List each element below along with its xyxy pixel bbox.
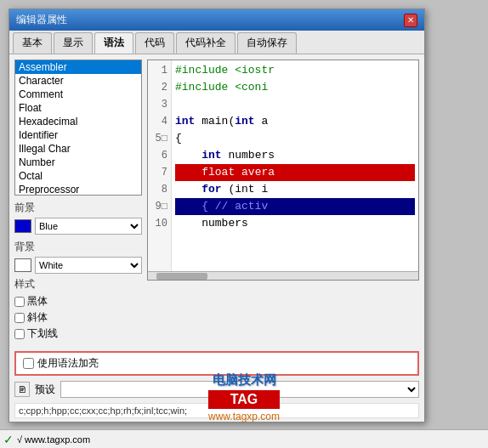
int-param: int [235,115,254,128]
include-span-1: #include <iostr [175,64,275,77]
preset-icon: 🖹 [14,382,30,397]
line-num-3: 3 [151,96,167,113]
main-content: Assembler Character Comment Float Hexade… [9,54,424,348]
style-section: 样式 黑体 斜体 下划线 [14,277,142,341]
background-color-row: White [14,257,142,274]
code-content: #include <iostr #include <coni int main(… [172,60,418,271]
syntax-highlight-checkbox[interactable] [23,358,34,369]
code-line-5: { [175,130,415,147]
tab-display[interactable]: 显示 [54,32,93,54]
bold-row: 黑体 [14,294,142,309]
line-num-7: 7 [151,164,167,181]
foreground-swatch [14,219,31,233]
foreground-section: 前景 Blue [14,201,142,235]
background-section: 背景 White [14,240,142,274]
horizontal-scrollbar[interactable] [148,271,418,280]
background-label: 背景 [14,240,142,254]
watermark: 电脑技术网 TAG www.tagxp.com [208,372,280,422]
comment-span: // activ [215,200,268,213]
code-editor[interactable]: 1 2 3 4 5□ 6 7 8 9□ 10 #include <iostr [147,60,419,281]
line-num-5: 5□ [151,130,167,147]
line-num-4: 4 [151,113,167,130]
background-color-select[interactable]: White [35,257,142,274]
bold-checkbox[interactable] [14,297,25,307]
float-keyword: float [201,166,235,179]
line-numbers: 1 2 3 4 5□ 6 7 8 9□ 10 [148,60,172,271]
line-num-8: 8 [151,181,167,198]
tab-autosave[interactable]: 自动保存 [237,32,297,54]
watermark-tag-text: TAG [208,390,280,409]
code-line-3 [175,96,415,113]
code-line-1: #include <iostr [175,62,415,79]
italic-row: 斜体 [14,310,142,325]
int-numbers: int [201,149,221,162]
italic-label: 斜体 [27,310,48,325]
watermark-url-text: www.tagxp.com [208,411,280,422]
list-item-preprocessor[interactable]: Preprocessor [15,183,141,196]
editor-properties-dialog: 编辑器属性 ✕ 基本 显示 语法 代码 代码补全 自动保存 Assembler … [9,9,425,422]
tab-syntax[interactable]: 语法 [94,32,133,54]
syntax-type-list[interactable]: Assembler Character Comment Float Hexade… [14,60,142,196]
underline-row: 下划线 [14,326,142,341]
right-panel: 1 2 3 4 5□ 6 7 8 9□ 10 #include <iostr [147,60,419,343]
list-item-character[interactable]: Character [15,74,141,88]
left-panel: Assembler Character Comment Float Hexade… [14,60,142,343]
code-line-4: int main(int a [175,113,415,130]
style-label: 样式 [14,277,142,292]
dialog-title: 编辑器属性 [16,13,67,27]
watermark-brand-text: 电脑技术网 [208,372,280,388]
syntax-highlight-label: 使用语法加亮 [37,356,99,371]
int-keyword: int [175,115,195,128]
line-num-9: 9□ [151,198,167,215]
bold-label: 黑体 [27,294,48,309]
line-num-1: 1 [151,62,167,79]
code-line-2: #include <coni [175,79,415,96]
include-span-2: #include <coni [175,81,268,94]
list-item-float[interactable]: Float [15,101,141,115]
code-line-8: for (int i [175,181,415,198]
list-item-illegalchar[interactable]: Illegal Char [15,142,141,156]
foreground-label: 前景 [14,201,142,215]
foreground-color-row: Blue [14,218,142,235]
list-item-comment[interactable]: Comment [15,88,141,101]
background-swatch [14,258,31,272]
foreground-color-select[interactable]: Blue [35,218,142,235]
code-line-7: float avera [175,164,415,181]
tab-basic[interactable]: 基本 [13,32,52,54]
list-item-number[interactable]: Number [15,156,141,169]
tab-autocomplete[interactable]: 代码补全 [176,32,235,54]
italic-checkbox[interactable] [14,313,25,323]
list-item-identifier[interactable]: Identifier [15,128,141,142]
close-button[interactable]: ✕ [404,14,417,27]
code-line-9: { // activ [175,198,415,215]
preset-icon-symbol: 🖹 [18,385,26,394]
status-text: √ www.tagxp.com [17,434,90,445]
line-num-10: 10 [151,215,167,232]
scrollbar-thumb[interactable] [156,273,207,280]
list-item-hexadecimal[interactable]: Hexadecimal [15,115,141,128]
status-check-icon: ✓ [3,433,14,446]
tab-bar: 基本 显示 语法 代码 代码补全 自动保存 [9,31,424,54]
preset-label: 预设 [35,383,55,397]
code-line-6: int numbers [175,147,415,164]
status-bar: ✓ √ www.tagxp.com [0,429,488,448]
line-num-2: 2 [151,79,167,96]
list-item-assembler[interactable]: Assembler [15,60,141,74]
code-line-10: numbers [175,215,415,232]
for-keyword: for [201,183,221,196]
underline-checkbox[interactable] [14,329,25,339]
tab-code[interactable]: 代码 [135,32,174,54]
list-item-octal[interactable]: Octal [15,169,141,183]
underline-label: 下划线 [27,326,58,341]
title-bar: 编辑器属性 ✕ [9,9,424,31]
line-num-6: 6 [151,147,167,164]
code-lines-container: 1 2 3 4 5□ 6 7 8 9□ 10 #include <iostr [148,60,418,271]
